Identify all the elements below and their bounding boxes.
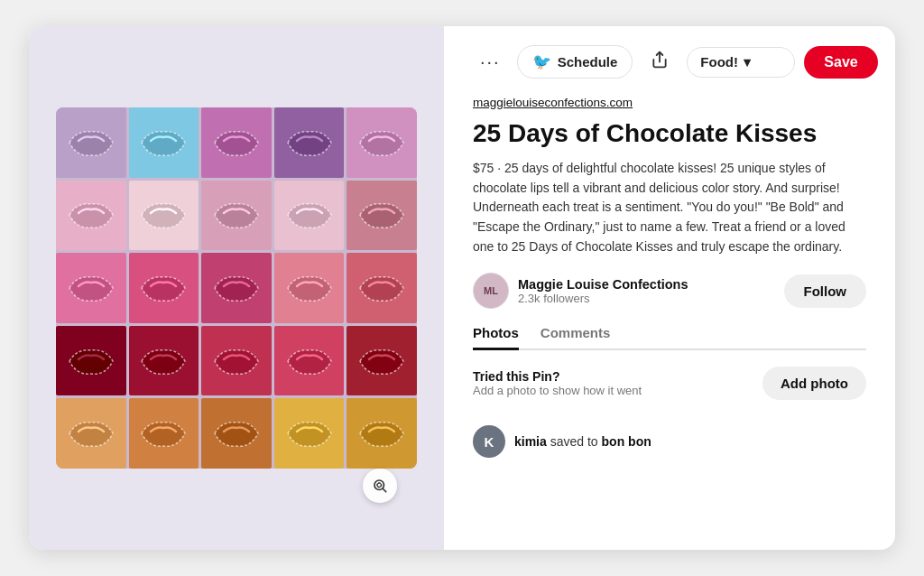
pin-title: 25 Days of Chocolate Kisses (473, 118, 866, 148)
schedule-label: Schedule (558, 54, 618, 70)
pin-image (56, 107, 417, 469)
add-photo-button[interactable]: Add photo (762, 367, 866, 400)
save-button[interactable]: Save (804, 46, 877, 79)
lip-cell (346, 398, 417, 469)
saved-by-row: K kimia saved to bon bon (473, 425, 866, 458)
follow-button[interactable]: Follow (784, 274, 867, 308)
lip-cell (201, 253, 272, 323)
avatar-initials: ML (484, 285, 498, 296)
tab-photos[interactable]: Photos (473, 325, 519, 350)
visual-search-button[interactable] (363, 469, 397, 503)
saved-by-avatar: K (473, 425, 505, 458)
schedule-button[interactable]: 🐦 Schedule (517, 45, 633, 79)
lip-cell (56, 398, 126, 469)
image-panel (29, 26, 444, 550)
lip-cell (201, 107, 272, 178)
pin-detail-card: ··· 🐦 Schedule Food! ▾ Save maggielouise… (29, 26, 895, 550)
lip-cell (346, 181, 417, 251)
add-photo-section: Tried this Pin? Add a photo to show how … (473, 367, 866, 400)
lip-cell (346, 253, 417, 323)
lip-cell (129, 326, 199, 396)
lip-cell (274, 326, 345, 396)
lip-cell (129, 253, 199, 323)
schedule-bird-icon: 🐦 (532, 52, 551, 71)
toolbar: ··· 🐦 Schedule Food! ▾ Save (473, 44, 866, 79)
lip-cell (274, 398, 345, 469)
lip-cell (129, 107, 199, 178)
author-row: ML Maggie Louise Confections 2.3k follow… (473, 273, 866, 309)
svg-point-27 (377, 483, 382, 488)
details-panel: ··· 🐦 Schedule Food! ▾ Save maggielouise… (444, 26, 895, 550)
share-button[interactable] (642, 44, 678, 79)
source-link[interactable]: maggielouiseconfections.com (473, 96, 866, 109)
lip-cell (56, 253, 126, 323)
add-photo-subtext: Add a photo to show how it went (473, 384, 642, 397)
saved-by-avatar-letter: K (485, 434, 494, 450)
lip-cell (129, 398, 199, 469)
tab-comments[interactable]: Comments (541, 325, 611, 350)
author-followers: 2.3k followers (518, 292, 775, 305)
tabs: Photos Comments (473, 325, 866, 350)
lip-cell (201, 398, 272, 469)
saved-by-action: saved to (550, 434, 602, 449)
saved-by-username[interactable]: kimia (514, 434, 547, 449)
lip-cell (274, 107, 345, 178)
chevron-down-icon: ▾ (744, 54, 751, 70)
lip-cell (274, 253, 345, 323)
lip-cell (56, 326, 126, 396)
lip-cell (201, 326, 272, 396)
author-info: Maggie Louise Confections 2.3k followers (518, 277, 775, 305)
lip-cell (56, 107, 126, 178)
more-options-button[interactable]: ··· (473, 48, 508, 76)
tried-pin-text: Tried this Pin? (473, 369, 642, 384)
avatar: ML (473, 273, 509, 309)
lip-cell (346, 107, 417, 178)
board-selector[interactable]: Food! ▾ (687, 47, 795, 78)
lip-cell (274, 181, 345, 251)
add-photo-text: Tried this Pin? Add a photo to show how … (473, 369, 642, 397)
board-name: Food! (700, 54, 738, 70)
author-name[interactable]: Maggie Louise Confections (518, 277, 775, 292)
lip-cell (129, 181, 199, 251)
lip-cell (201, 181, 272, 251)
lip-cell (56, 181, 126, 251)
lip-cell (346, 326, 417, 396)
svg-line-26 (383, 488, 385, 491)
saved-by-board[interactable]: bon bon (602, 434, 651, 449)
saved-by-text: kimia saved to bon bon (514, 434, 651, 449)
pin-description: $75 · 25 days of delightful chocolate ki… (473, 159, 866, 256)
